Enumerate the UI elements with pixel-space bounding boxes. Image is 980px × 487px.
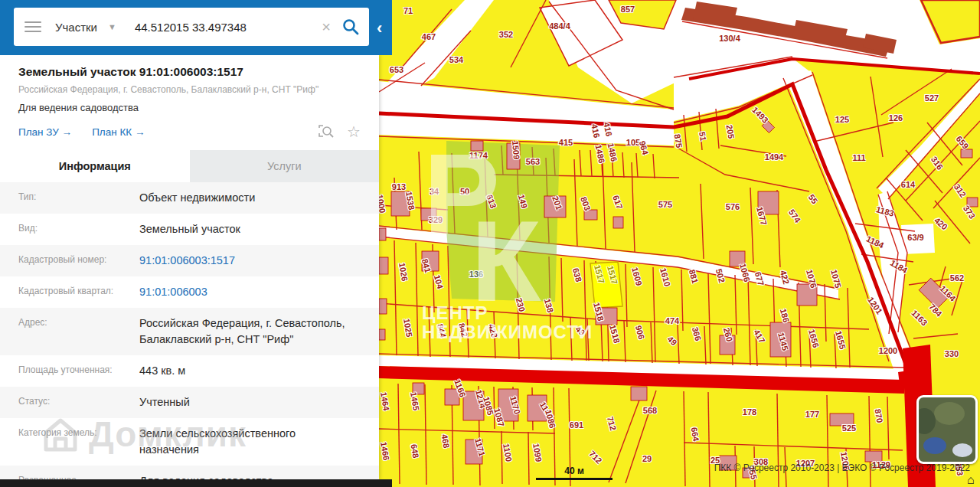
parcel-label[interactable]: 857 [621,5,635,14]
search-box: Участки ▼ × [14,8,369,46]
parcel-label[interactable]: 352 [499,30,513,39]
parcel-label[interactable]: 71 [403,6,413,15]
search-icon[interactable] [341,18,360,36]
parcel-address-subtitle: Российская Федерация, г. Севастополь, Ба… [18,84,361,95]
panel-tabs: Информация Услуги [0,150,379,182]
parcel-label[interactable]: 614 [901,180,915,189]
row-label: Статус: [0,394,139,410]
map-canvas[interactable]: 71467534653352484/4857130/48755120514931… [379,0,980,487]
table-row: Кадастровый номер:91:01:006003:1517 [0,245,379,276]
favorite-star-icon[interactable]: ☆ [347,123,361,141]
row-label: Кадастровый номер: [0,253,139,269]
parcel-label[interactable]: 178 [743,407,756,417]
parcel-label[interactable]: 563 [526,157,540,166]
parcel-label[interactable]: 330 [945,349,959,358]
parcel-label[interactable]: 568 [643,406,657,415]
parcel-label[interactable]: 1494 [765,152,783,162]
basemap-layer-toggle[interactable] [916,395,978,464]
quarter-highlight-overlay [446,141,560,302]
parcel-label[interactable]: 329 [429,215,443,224]
row-value: Российская Федерация, г. Севастополь, Ба… [139,315,379,348]
search-input[interactable] [133,20,322,34]
search-header: Участки ▼ × [0,0,392,55]
parcel-label[interactable]: 467 [422,32,436,41]
row-label: Тип: [0,190,139,206]
row-label: Категория земель: [0,426,139,458]
parcel-label[interactable]: 29 [642,454,652,463]
parcel-label[interactable]: 1509 [511,140,521,159]
chevron-down-icon[interactable]: ▼ [108,22,116,31]
parcel-info-panel: Земельный участок 91:01:006003:1517 Росс… [0,55,379,479]
parcel-label[interactable]: 525 [842,423,856,433]
parcel-label[interactable]: 25 [710,456,720,465]
parcel-label[interactable]: 534 [449,55,463,64]
parcel-label[interactable]: 1207 [796,459,815,468]
table-row: Вид:Земельный участок [0,214,379,245]
plan-zu-link[interactable]: План ЗУ → [18,126,72,138]
parcel-label[interactable]: 576 [726,202,740,211]
row-value: Земельный участок [139,221,262,237]
row-value: Земли сельскохозяйственного назначения [139,426,379,458]
parcel-label[interactable]: 51 [697,131,708,142]
table-row: Тип:Объект недвижимости [0,182,379,214]
table-row: Статус:Учтенный [0,387,379,418]
row-value: Учтенный [139,394,211,410]
tab-information[interactable]: Информация [0,150,190,182]
parcel-label[interactable]: 1174 [469,151,488,160]
parcel-label[interactable]: 562 [950,273,964,283]
attributes-table: Тип:Объект недвижимостиВид:Земельный уча… [0,182,379,487]
search-category-dropdown[interactable]: Участки [55,21,97,34]
parcel-label[interactable]: 1129 [872,460,890,469]
parcel-label[interactable]: 177 [805,410,819,419]
parcel-label[interactable]: 126 [889,113,903,123]
parcel-label[interactable]: 136 [469,270,483,279]
row-value: Объект недвижимости [139,190,276,206]
parcel-label[interactable]: 575 [658,200,672,209]
parcel-label[interactable]: 653 [390,65,403,74]
collapse-panel-button[interactable]: ‹ [377,18,382,38]
parcel-label[interactable]: 1200 [879,346,897,355]
public-cadastral-map-app: 71467534653352484/4857130/48755120514931… [0,0,980,487]
preview-on-map-icon[interactable] [318,124,335,139]
row-label: Площадь уточненная: [0,363,139,379]
parcel-label[interactable]: 125 [835,115,849,124]
parcel-label[interactable]: 474 [665,316,679,325]
parcel-label[interactable]: 484/4 [549,21,570,31]
page-title: Земельный участок 91:01:006003:1517 [18,65,361,79]
parcel-label[interactable]: 63/9 [907,233,923,242]
bottom-bar [0,479,392,487]
cadastral-map[interactable] [379,0,980,487]
parcel-label[interactable]: 111 [852,153,865,162]
row-label: Кадастровый квартал: [0,284,139,300]
parcel-label[interactable]: 50 [460,187,469,196]
row-label: Адрес: [0,315,139,348]
plan-kk-link[interactable]: План КК → [92,126,145,138]
hamburger-menu-icon[interactable] [24,18,41,35]
parcel-label[interactable]: 130/4 [719,34,740,43]
parcel-label[interactable]: 691 [570,420,583,430]
permitted-use-text: Для ведения садоводства [18,102,361,113]
close-icon[interactable]: × [322,18,331,36]
tab-services[interactable]: Услуги [190,150,380,182]
row-value-link[interactable]: 91:01:006003:1517 [139,253,256,269]
parcel-label[interactable]: 308 [754,457,768,466]
parcel-label[interactable]: 913 [392,182,406,191]
parcel-label[interactable]: 415 [559,138,573,147]
table-row: Площадь уточненная:443 кв. м [0,355,379,387]
parcel-label[interactable]: 34 [430,187,439,196]
row-label: Вид: [0,221,139,237]
row-value: 443 кв. м [139,363,207,379]
table-row: Адрес:Российская Федерация, г. Севастопо… [0,308,379,355]
table-row: Кадастровый квартал:91:01:006003 [0,276,379,308]
parcel-label[interactable]: 527 [925,93,939,103]
table-row: Категория земель:Земли сельскохозяйствен… [0,418,379,466]
house-icon: ⌂ [967,473,975,487]
row-value-link[interactable]: 91:01:006003 [139,284,229,300]
